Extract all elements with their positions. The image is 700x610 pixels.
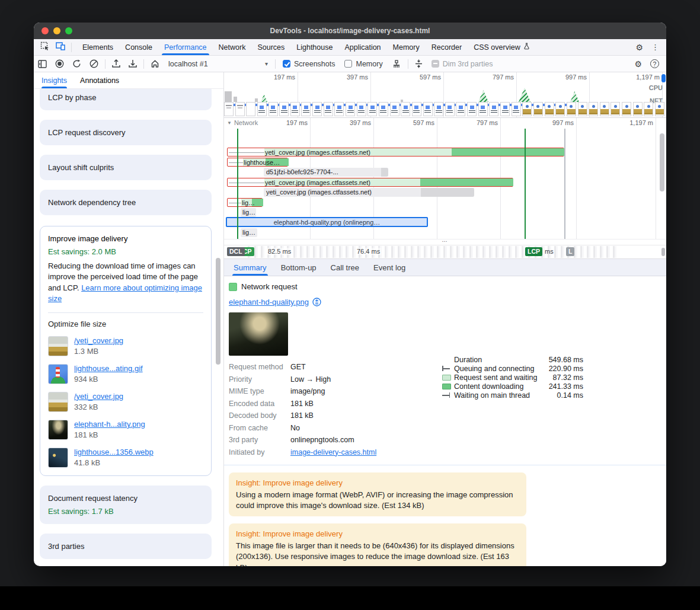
network-track[interactable]: ▼ Network 197 ms397 ms597 ms797 ms997 ms…	[224, 118, 666, 239]
sidebar-scrollbar[interactable]	[216, 258, 220, 365]
screenshot-thumbnail[interactable]	[644, 102, 653, 116]
network-request-bar[interactable]: yeti_cover.jpg (images.ctfassets.net)	[227, 148, 564, 157]
screenshot-thumbnail[interactable]	[390, 102, 399, 116]
screenshot-thumbnail[interactable]	[467, 102, 477, 116]
screenshots-checkbox[interactable]	[283, 60, 290, 68]
tab-console[interactable]: Console	[119, 39, 158, 55]
improve-image-delivery-card[interactable]: Improve image delivery Est savings: 2.0 …	[40, 226, 212, 476]
screenshot-thumbnail[interactable]	[600, 102, 609, 116]
file-link[interactable]: /yeti_cover.jpg	[74, 336, 123, 345]
insights-scroll-area[interactable]: LCP by phaseLCP request discoveryLayout …	[34, 89, 223, 566]
help-icon[interactable]: ?	[650, 59, 659, 68]
home-icon[interactable]	[146, 59, 164, 68]
network-request-row[interactable]: d51jfzi-b0efc925-7704-...	[224, 168, 666, 177]
network-request-row[interactable]: lighthouse…	[224, 158, 666, 167]
screenshot-thumbnail[interactable]	[367, 102, 377, 116]
screenshot-thumbnail[interactable]	[445, 102, 455, 116]
screenshot-thumbnail[interactable]	[456, 102, 465, 116]
capture-settings-gear-icon[interactable]: ⚙	[634, 60, 642, 68]
inspect-element-icon[interactable]	[40, 41, 50, 53]
network-request-bar[interactable]: yeti_cover.jpg (images.ctfassets.net)	[264, 188, 474, 197]
screenshot-thumbnail[interactable]	[655, 102, 664, 116]
load-profile-icon[interactable]	[108, 59, 124, 68]
tab-recorder[interactable]: Recorder	[426, 39, 468, 55]
third-parties-card[interactable]: 3rd parties	[40, 534, 212, 559]
network-track-header[interactable]: ▼ Network	[227, 119, 258, 126]
tab-memory[interactable]: Memory	[387, 39, 426, 55]
screenshot-thumbnail[interactable]	[533, 102, 543, 116]
screenshot-thumbnail[interactable]	[412, 102, 421, 116]
network-request-row[interactable]: yeti_cover.jpg (images.ctfassets.net)	[224, 178, 666, 187]
tab-css-overview[interactable]: CSS overview	[468, 39, 536, 55]
initiator-link[interactable]: image-delivery-cases.html	[290, 448, 376, 456]
file-link[interactable]: lighthouse...ating.gif	[74, 364, 143, 373]
request-file-link[interactable]: elephant-hd-quality.png	[229, 298, 309, 306]
load-marker[interactable]: L	[566, 247, 574, 256]
card-layout-shift-culprits[interactable]: Layout shift culprits	[40, 155, 212, 180]
screenshot-thumbnail[interactable]	[423, 102, 433, 116]
screenshot-thumbnail[interactable]	[434, 102, 443, 116]
screenshot-thumbnail[interactable]	[279, 102, 289, 116]
screenshot-thumbnail[interactable]	[500, 102, 510, 116]
screenshot-thumbnail[interactable]	[522, 102, 532, 116]
screenshot-thumbnail[interactable]	[290, 102, 300, 116]
memory-checkbox-row[interactable]: Memory	[340, 60, 387, 68]
network-request-bar[interactable]: lig…	[241, 208, 256, 217]
screenshot-thumbnail[interactable]	[401, 102, 410, 116]
tab-elements[interactable]: Elements	[76, 39, 119, 55]
record-button[interactable]	[51, 59, 68, 68]
dcl-marker[interactable]: DCL	[227, 247, 245, 256]
screenshot-thumbnail[interactable]	[246, 102, 255, 116]
sidebar-tab-annotations[interactable]: Annotations	[80, 72, 119, 88]
card-lcp-request-discovery[interactable]: LCP request discovery	[40, 120, 212, 145]
screenshot-thumbnail[interactable]	[610, 102, 620, 116]
screenshot-thumbnail[interactable]	[578, 102, 587, 116]
screenshot-filmstrip[interactable]	[224, 102, 666, 117]
file-link[interactable]: lighthouse...1356.webp	[74, 448, 154, 456]
screenshot-thumbnail[interactable]	[379, 102, 388, 116]
screenshot-thumbnail[interactable]	[489, 102, 498, 116]
overview-scroll-handle[interactable]	[661, 74, 666, 82]
memory-checkbox[interactable]	[344, 60, 352, 68]
file-link[interactable]: /yeti_cover.jpg	[74, 392, 123, 401]
card-network-dependency-tree[interactable]: Network dependency tree	[40, 190, 212, 215]
screenshot-thumbnail[interactable]	[555, 102, 565, 116]
track-resize-handle[interactable]: ⋯	[224, 239, 666, 245]
network-request-row[interactable]: yeti_cover.jpg (images.ctfassets.net)	[224, 148, 666, 157]
clear-button[interactable]	[85, 59, 103, 68]
drawer-tab-bottom-up[interactable]: Bottom-up	[274, 259, 324, 276]
screenshot-thumbnail[interactable]	[545, 102, 554, 116]
network-request-bar[interactable]: lig…	[227, 198, 263, 207]
screenshot-thumbnail[interactable]	[324, 102, 333, 116]
screenshot-thumbnail[interactable]	[357, 102, 366, 116]
network-request-row[interactable]: lig…	[224, 198, 666, 207]
tab-sources[interactable]: Sources	[251, 39, 290, 55]
screenshot-thumbnail[interactable]	[346, 102, 355, 116]
screenshot-thumbnail[interactable]	[633, 102, 643, 116]
screenshot-thumbnail[interactable]	[567, 102, 576, 116]
network-request-row[interactable]: yeti_cover.jpg (images.ctfassets.net)	[224, 188, 666, 197]
device-toolbar-icon[interactable]	[56, 42, 65, 52]
network-request-row[interactable]: lig…	[224, 208, 666, 217]
network-request-bar[interactable]: elephant-hd-quality.png (onlinepng…	[226, 217, 428, 227]
screenshot-thumbnail[interactable]	[301, 102, 311, 116]
reveal-request-icon[interactable]	[312, 298, 321, 306]
screenshot-thumbnail[interactable]	[589, 102, 598, 116]
garbage-collect-icon[interactable]	[388, 60, 405, 68]
collapse-tracks-icon[interactable]	[411, 59, 427, 68]
screenshot-thumbnail[interactable]	[312, 102, 322, 116]
screenshot-thumbnail[interactable]	[334, 102, 344, 116]
tab-performance[interactable]: Performance	[158, 39, 213, 55]
screenshot-thumbnail[interactable]	[235, 102, 245, 116]
save-profile-icon[interactable]	[124, 59, 141, 68]
dim-3rd-parties-row[interactable]: Dim 3rd parties	[427, 60, 498, 68]
network-request-bar[interactable]: lig…	[241, 228, 257, 237]
timeline-overview[interactable]: 197 ms397 ms597 ms797 ms997 ms1,197 m CP…	[224, 72, 666, 118]
card-lcp-by-phase[interactable]: LCP by phase	[40, 89, 212, 110]
tab-application[interactable]: Application	[338, 39, 386, 55]
screenshot-thumbnail[interactable]	[478, 102, 488, 116]
dim-3rd-parties-checkbox[interactable]	[431, 60, 439, 68]
screenshot-thumbnail[interactable]	[224, 102, 234, 116]
network-request-bar[interactable]: lighthouse…	[227, 158, 288, 167]
document-request-latency-card[interactable]: Document request latency Est savings: 1.…	[40, 486, 212, 524]
